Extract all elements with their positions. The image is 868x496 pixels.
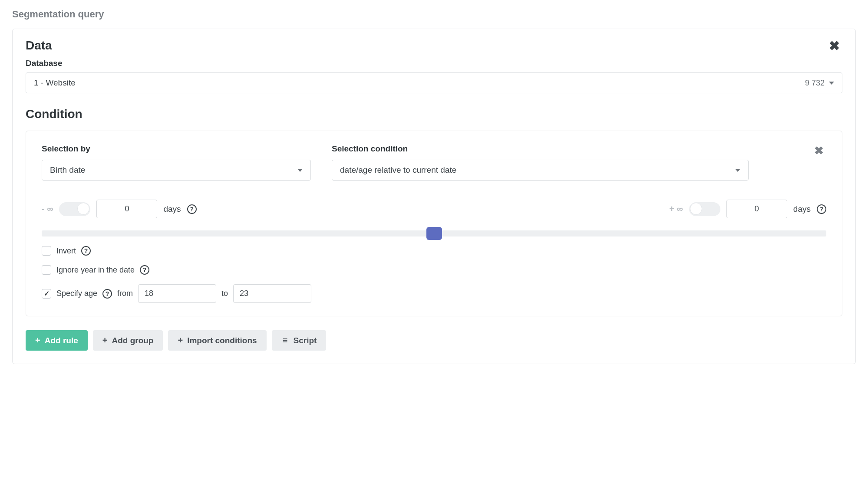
plus-icon: + [102,335,108,345]
chevron-down-icon [735,169,740,172]
selection-condition-select[interactable]: date/age relative to current date [332,160,749,181]
selection-by-col: Selection by Birth date [42,144,311,181]
invert-label: Invert [56,246,76,256]
close-condition-icon[interactable]: ✖ [812,144,826,157]
condition-top-row: Selection by Birth date Selection condit… [42,144,826,181]
help-icon[interactable]: ? [81,246,91,256]
action-buttons-row: + Add rule + Add group + Import conditio… [26,330,842,351]
selection-condition-value: date/age relative to current date [340,165,456,175]
database-select[interactable]: 1 - Website 9 732 [26,72,842,93]
right-infinity-toggle[interactable] [689,202,720,216]
slider-thumb[interactable] [426,227,442,240]
age-from-input[interactable] [138,284,216,303]
segmentation-query-page: Segmentation query Data ✖ Database 1 - W… [0,0,868,373]
database-right: 9 732 [805,79,834,88]
selection-condition-col: Selection condition date/age relative to… [332,144,749,181]
range-left-input[interactable] [96,200,157,218]
specify-age-checkbox[interactable] [42,289,51,299]
add-group-label: Add group [112,336,153,345]
age-to-input[interactable] [233,284,311,303]
ignore-year-checkbox[interactable] [42,265,51,275]
condition-card: Selection by Birth date Selection condit… [26,131,842,316]
help-icon[interactable]: ? [817,204,826,214]
help-icon[interactable]: ? [140,265,149,275]
database-count: 9 732 [805,79,825,88]
toggle-knob [77,203,89,215]
range-slider[interactable] [42,230,826,237]
database-label: Database [26,59,842,68]
import-conditions-label: Import conditions [187,336,257,345]
database-value: 1 - Website [34,78,76,88]
query-card: Data ✖ Database 1 - Website 9 732 Condit… [12,29,856,364]
plus-icon: + [35,335,40,345]
range-right-group: + ∞ days ? [669,200,826,218]
chevron-down-icon [297,169,303,172]
selection-by-select[interactable]: Birth date [42,160,311,181]
toggle-knob [690,203,702,215]
condition-heading: Condition [26,107,842,121]
help-icon[interactable]: ? [102,289,112,299]
ignore-year-label: Ignore year in the date [56,266,135,275]
days-label-right: days [793,204,811,214]
ignore-year-row: Ignore year in the date ? [42,265,826,275]
script-label: Script [294,336,317,345]
specify-age-row: Specify age ? from to [42,284,826,303]
help-icon[interactable]: ? [187,204,197,214]
close-icon[interactable]: ✖ [826,39,842,53]
plus-infinity-label: + ∞ [669,204,683,214]
left-infinity-toggle[interactable] [59,202,90,216]
minus-infinity-label: - ∞ [42,204,53,214]
range-left-group: - ∞ days ? [42,200,197,218]
range-right-input[interactable] [726,200,787,218]
add-group-button[interactable]: + Add group [93,330,163,351]
days-label-left: days [163,204,181,214]
add-rule-button[interactable]: + Add rule [26,330,88,351]
invert-row: Invert ? [42,246,826,256]
import-conditions-button[interactable]: + Import conditions [168,330,266,351]
to-label: to [221,289,228,298]
data-heading: Data [26,39,52,53]
chevron-down-icon [829,82,834,85]
range-row: - ∞ days ? + ∞ days [42,200,826,218]
data-section-header: Data ✖ [26,39,842,59]
add-rule-label: Add rule [45,336,78,345]
invert-checkbox[interactable] [42,246,51,256]
card-inner: Data ✖ Database 1 - Website 9 732 Condit… [13,29,855,364]
specify-age-label: Specify age [56,289,97,298]
script-button[interactable]: Script [272,330,327,351]
condition-close-col: ✖ [812,144,826,157]
page-title: Segmentation query [12,9,856,20]
from-label: from [117,289,133,298]
plus-icon: + [178,335,183,345]
selection-by-value: Birth date [50,165,85,175]
selection-by-label: Selection by [42,144,311,154]
selection-condition-label: Selection condition [332,144,749,154]
list-icon [281,335,289,345]
